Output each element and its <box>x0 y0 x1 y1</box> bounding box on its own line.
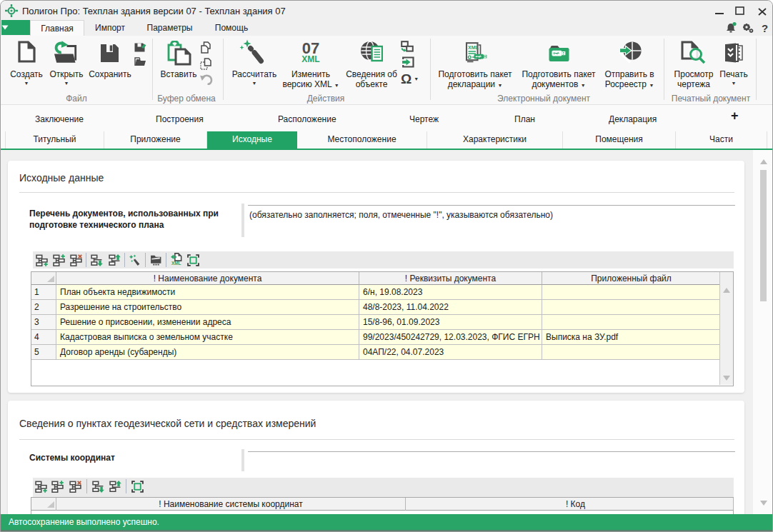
svg-text:?: ? <box>762 22 768 34</box>
svg-text:XML: XML <box>468 45 479 50</box>
svg-text:XML: XML <box>171 261 181 266</box>
